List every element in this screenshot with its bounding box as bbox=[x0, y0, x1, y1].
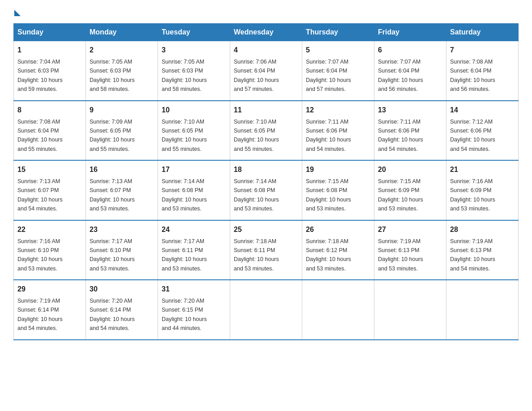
day-of-week-header: Thursday bbox=[302, 24, 374, 41]
calendar-day-cell: 6Sunrise: 7:07 AMSunset: 6:04 PMDaylight… bbox=[374, 41, 446, 101]
day-info: Sunrise: 7:05 AMSunset: 6:03 PMDaylight:… bbox=[162, 59, 207, 92]
day-number: 2 bbox=[90, 45, 154, 56]
day-info: Sunrise: 7:19 AMSunset: 6:13 PMDaylight:… bbox=[450, 238, 495, 272]
calendar-week-row: 29Sunrise: 7:19 AMSunset: 6:14 PMDayligh… bbox=[14, 280, 519, 340]
calendar-day-cell bbox=[446, 280, 519, 340]
page-header bbox=[13, 9, 519, 14]
day-info: Sunrise: 7:05 AMSunset: 6:03 PMDaylight:… bbox=[90, 59, 135, 92]
calendar-day-cell: 22Sunrise: 7:16 AMSunset: 6:10 PMDayligh… bbox=[14, 220, 86, 280]
day-number: 15 bbox=[17, 164, 82, 175]
day-of-week-header: Sunday bbox=[14, 24, 86, 41]
day-info: Sunrise: 7:10 AMSunset: 6:05 PMDaylight:… bbox=[162, 119, 207, 152]
calendar-day-cell: 9Sunrise: 7:09 AMSunset: 6:05 PMDaylight… bbox=[86, 101, 158, 161]
day-number: 1 bbox=[17, 45, 82, 56]
day-info: Sunrise: 7:16 AMSunset: 6:09 PMDaylight:… bbox=[450, 178, 495, 212]
day-number: 19 bbox=[306, 164, 370, 175]
calendar-day-cell: 12Sunrise: 7:11 AMSunset: 6:06 PMDayligh… bbox=[302, 101, 374, 161]
calendar-day-cell: 30Sunrise: 7:20 AMSunset: 6:14 PMDayligh… bbox=[86, 280, 158, 340]
calendar-day-cell: 15Sunrise: 7:13 AMSunset: 6:07 PMDayligh… bbox=[14, 160, 86, 220]
day-info: Sunrise: 7:08 AMSunset: 6:04 PMDaylight:… bbox=[17, 119, 63, 152]
day-of-week-header: Wednesday bbox=[230, 24, 302, 41]
day-number: 27 bbox=[378, 224, 442, 235]
days-of-week-row: SundayMondayTuesdayWednesdayThursdayFrid… bbox=[14, 24, 519, 41]
calendar-day-cell: 5Sunrise: 7:07 AMSunset: 6:04 PMDaylight… bbox=[302, 41, 374, 101]
day-number: 23 bbox=[90, 224, 154, 235]
calendar-day-cell: 23Sunrise: 7:17 AMSunset: 6:10 PMDayligh… bbox=[86, 220, 158, 280]
calendar-day-cell: 11Sunrise: 7:10 AMSunset: 6:05 PMDayligh… bbox=[230, 101, 302, 161]
calendar-day-cell: 26Sunrise: 7:18 AMSunset: 6:12 PMDayligh… bbox=[302, 220, 374, 280]
calendar-day-cell: 31Sunrise: 7:20 AMSunset: 6:15 PMDayligh… bbox=[158, 280, 230, 340]
calendar-week-row: 22Sunrise: 7:16 AMSunset: 6:10 PMDayligh… bbox=[14, 220, 519, 280]
calendar-day-cell: 18Sunrise: 7:14 AMSunset: 6:08 PMDayligh… bbox=[230, 160, 302, 220]
day-info: Sunrise: 7:07 AMSunset: 6:04 PMDaylight:… bbox=[378, 59, 423, 92]
day-number: 13 bbox=[378, 105, 442, 116]
day-number: 5 bbox=[306, 45, 370, 56]
calendar-day-cell: 19Sunrise: 7:15 AMSunset: 6:08 PMDayligh… bbox=[302, 160, 374, 220]
day-info: Sunrise: 7:16 AMSunset: 6:10 PMDaylight:… bbox=[17, 238, 63, 272]
day-number: 3 bbox=[162, 45, 226, 56]
day-info: Sunrise: 7:14 AMSunset: 6:08 PMDaylight:… bbox=[234, 178, 279, 212]
logo bbox=[13, 9, 21, 14]
calendar-week-row: 15Sunrise: 7:13 AMSunset: 6:07 PMDayligh… bbox=[14, 160, 519, 220]
calendar-day-cell bbox=[230, 280, 302, 340]
day-number: 18 bbox=[234, 164, 298, 175]
day-number: 12 bbox=[306, 105, 370, 116]
calendar-day-cell: 13Sunrise: 7:11 AMSunset: 6:06 PMDayligh… bbox=[374, 101, 446, 161]
calendar-day-cell: 28Sunrise: 7:19 AMSunset: 6:13 PMDayligh… bbox=[446, 220, 519, 280]
day-info: Sunrise: 7:13 AMSunset: 6:07 PMDaylight:… bbox=[17, 178, 63, 212]
calendar-day-cell: 10Sunrise: 7:10 AMSunset: 6:05 PMDayligh… bbox=[158, 101, 230, 161]
calendar-day-cell: 29Sunrise: 7:19 AMSunset: 6:14 PMDayligh… bbox=[14, 280, 86, 340]
day-number: 26 bbox=[306, 224, 370, 235]
day-info: Sunrise: 7:15 AMSunset: 6:08 PMDaylight:… bbox=[306, 178, 351, 212]
day-info: Sunrise: 7:10 AMSunset: 6:05 PMDaylight:… bbox=[234, 119, 279, 152]
day-info: Sunrise: 7:11 AMSunset: 6:06 PMDaylight:… bbox=[378, 119, 423, 152]
day-number: 9 bbox=[90, 105, 154, 116]
calendar-day-cell: 2Sunrise: 7:05 AMSunset: 6:03 PMDaylight… bbox=[86, 41, 158, 101]
calendar-day-cell: 20Sunrise: 7:15 AMSunset: 6:09 PMDayligh… bbox=[374, 160, 446, 220]
calendar-day-cell: 17Sunrise: 7:14 AMSunset: 6:08 PMDayligh… bbox=[158, 160, 230, 220]
day-number: 28 bbox=[450, 224, 515, 235]
day-number: 6 bbox=[378, 45, 442, 56]
calendar-day-cell: 24Sunrise: 7:17 AMSunset: 6:11 PMDayligh… bbox=[158, 220, 230, 280]
calendar-day-cell: 8Sunrise: 7:08 AMSunset: 6:04 PMDaylight… bbox=[14, 101, 86, 161]
day-number: 20 bbox=[378, 164, 442, 175]
calendar-day-cell bbox=[374, 280, 446, 340]
day-number: 14 bbox=[450, 105, 515, 116]
day-info: Sunrise: 7:19 AMSunset: 6:14 PMDaylight:… bbox=[17, 298, 63, 331]
calendar-day-cell: 25Sunrise: 7:18 AMSunset: 6:11 PMDayligh… bbox=[230, 220, 302, 280]
day-number: 30 bbox=[90, 284, 154, 295]
day-info: Sunrise: 7:06 AMSunset: 6:04 PMDaylight:… bbox=[234, 59, 279, 92]
day-info: Sunrise: 7:04 AMSunset: 6:03 PMDaylight:… bbox=[17, 59, 63, 92]
calendar-body: 1Sunrise: 7:04 AMSunset: 6:03 PMDaylight… bbox=[14, 41, 519, 340]
day-info: Sunrise: 7:15 AMSunset: 6:09 PMDaylight:… bbox=[378, 178, 423, 212]
calendar-week-row: 1Sunrise: 7:04 AMSunset: 6:03 PMDaylight… bbox=[14, 41, 519, 101]
day-number: 17 bbox=[162, 164, 226, 175]
day-info: Sunrise: 7:19 AMSunset: 6:13 PMDaylight:… bbox=[378, 238, 423, 272]
day-info: Sunrise: 7:14 AMSunset: 6:08 PMDaylight:… bbox=[162, 178, 207, 212]
day-number: 7 bbox=[450, 45, 515, 56]
day-number: 25 bbox=[234, 224, 298, 235]
day-info: Sunrise: 7:18 AMSunset: 6:12 PMDaylight:… bbox=[306, 238, 351, 272]
day-info: Sunrise: 7:09 AMSunset: 6:05 PMDaylight:… bbox=[90, 119, 135, 152]
calendar-day-cell: 4Sunrise: 7:06 AMSunset: 6:04 PMDaylight… bbox=[230, 41, 302, 101]
day-number: 11 bbox=[234, 105, 298, 116]
day-number: 31 bbox=[162, 284, 226, 295]
calendar-table: SundayMondayTuesdayWednesdayThursdayFrid… bbox=[13, 23, 519, 340]
day-info: Sunrise: 7:13 AMSunset: 6:07 PMDaylight:… bbox=[90, 178, 135, 212]
calendar-day-cell: 3Sunrise: 7:05 AMSunset: 6:03 PMDaylight… bbox=[158, 41, 230, 101]
day-info: Sunrise: 7:17 AMSunset: 6:10 PMDaylight:… bbox=[90, 238, 135, 272]
day-number: 29 bbox=[17, 284, 82, 295]
calendar-day-cell bbox=[302, 280, 374, 340]
day-of-week-header: Tuesday bbox=[158, 24, 230, 41]
day-info: Sunrise: 7:12 AMSunset: 6:06 PMDaylight:… bbox=[450, 119, 495, 152]
calendar-day-cell: 1Sunrise: 7:04 AMSunset: 6:03 PMDaylight… bbox=[14, 41, 86, 101]
day-number: 8 bbox=[17, 105, 82, 116]
calendar-day-cell: 7Sunrise: 7:08 AMSunset: 6:04 PMDaylight… bbox=[446, 41, 519, 101]
calendar-day-cell: 14Sunrise: 7:12 AMSunset: 6:06 PMDayligh… bbox=[446, 101, 519, 161]
day-of-week-header: Monday bbox=[86, 24, 158, 41]
day-info: Sunrise: 7:20 AMSunset: 6:15 PMDaylight:… bbox=[162, 298, 207, 331]
day-number: 10 bbox=[162, 105, 226, 116]
calendar-day-cell: 21Sunrise: 7:16 AMSunset: 6:09 PMDayligh… bbox=[446, 160, 519, 220]
day-info: Sunrise: 7:20 AMSunset: 6:14 PMDaylight:… bbox=[90, 298, 135, 331]
day-number: 24 bbox=[162, 224, 226, 235]
